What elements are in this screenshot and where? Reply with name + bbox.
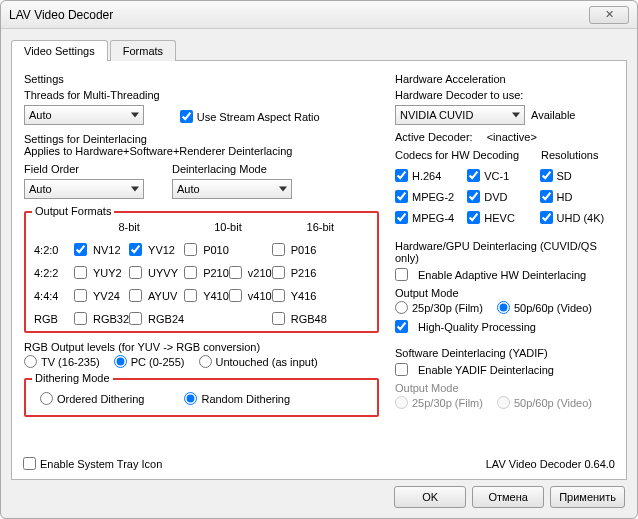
codec-mpeg2[interactable]: MPEG-2 (395, 190, 454, 203)
of-p216[interactable]: P216 (272, 266, 327, 279)
of-y410[interactable]: Y410 (184, 289, 229, 302)
ok-button[interactable]: OK (394, 486, 466, 508)
deint-settings-sub: Applies to Hardware+Software+Renderer De… (24, 145, 379, 157)
close-icon: ✕ (605, 8, 614, 21)
window-title: LAV Video Decoder (9, 8, 113, 22)
dithering-group: Dithering Mode Ordered Dithering Random … (24, 378, 379, 417)
left-column: Settings Threads for Multi-Threading Aut… (24, 71, 379, 471)
codec-h264[interactable]: H.264 (395, 169, 441, 182)
of-p210[interactable]: P210 (184, 266, 229, 279)
deint-settings-heading: Settings for Deinterlacing (24, 133, 379, 145)
gpu-deint-heading: Hardware/GPU Deinterlacing (CUVID/QS onl… (395, 240, 614, 264)
output-formats-heading: Output Formats (32, 205, 114, 217)
version-label: LAV Video Decoder 0.64.0 (486, 458, 615, 470)
tab-page: Settings Threads for Multi-Threading Aut… (11, 60, 627, 480)
sw-output-mode-label: Output Mode (395, 382, 614, 394)
hw-decoder-label: Hardware Decoder to use: (395, 89, 614, 101)
chevron-down-icon (131, 113, 139, 118)
of-rgb24[interactable]: RGB24 (129, 312, 184, 325)
button-bar: OK Отмена Применить (394, 486, 625, 508)
of-nv12[interactable]: NV12 (74, 243, 129, 256)
tray-icon-checkbox[interactable]: Enable System Tray Icon (23, 457, 162, 470)
res-heading: Resolutions (541, 149, 614, 161)
codec-vc1[interactable]: VC-1 (467, 169, 509, 182)
of-yv12[interactable]: YV12 (129, 243, 184, 256)
res-hd[interactable]: HD (540, 190, 573, 203)
chevron-down-icon (512, 113, 520, 118)
of-rgb32[interactable]: RGB32 (74, 312, 129, 325)
gpu-50p-radio[interactable]: 50p/60p (Video) (497, 301, 592, 314)
res-uhd[interactable]: UHD (4K) (540, 211, 605, 224)
client-area: Video Settings Formats Settings Threads … (1, 29, 637, 486)
rgb-untouched-radio[interactable]: Untouched (as input) (199, 355, 318, 368)
codec-dvd[interactable]: DVD (467, 190, 507, 203)
use-stream-ar-checkbox[interactable]: Use Stream Aspect Ratio (180, 110, 320, 123)
field-order-combo[interactable]: Auto (24, 179, 144, 199)
dithering-heading: Dithering Mode (32, 372, 113, 384)
of-v410[interactable]: v410 (229, 289, 272, 302)
of-y416[interactable]: Y416 (272, 289, 327, 302)
tab-formats[interactable]: Formats (110, 40, 176, 61)
dialog-window: LAV Video Decoder ✕ Video Settings Forma… (0, 0, 638, 519)
threads-combo[interactable]: Auto (24, 105, 144, 125)
tab-strip: Video Settings Formats (11, 39, 627, 60)
output-formats-group: Output Formats 8-bit 10-bit 16-bit 4:2:0… (24, 211, 379, 333)
of-p010[interactable]: P010 (184, 243, 229, 256)
codecs-heading: Codecs for HW Decoding (395, 149, 541, 161)
settings-heading: Settings (24, 73, 379, 85)
codec-hevc[interactable]: HEVC (467, 211, 515, 224)
hw-decoder-combo[interactable]: NVIDIA CUVID (395, 105, 525, 125)
dither-ordered-radio[interactable]: Ordered Dithering (40, 392, 144, 405)
codec-mpeg4[interactable]: MPEG-4 (395, 211, 454, 224)
hw-available: Available (531, 109, 575, 121)
yadif-checkbox[interactable]: Enable YADIF Deinterlacing (395, 363, 614, 376)
titlebar: LAV Video Decoder ✕ (1, 1, 637, 29)
of-p016[interactable]: P016 (272, 243, 327, 256)
threads-label: Threads for Multi-Threading (24, 89, 160, 101)
sw-deint-heading: Software Deinterlacing (YADIF) (395, 347, 614, 359)
chevron-down-icon (131, 187, 139, 192)
adaptive-hw-checkbox[interactable]: Enable Adaptive HW Deinterlacing (395, 268, 614, 281)
dither-random-radio[interactable]: Random Dithering (184, 392, 290, 405)
field-order-label: Field Order (24, 163, 144, 175)
of-ayuv[interactable]: AYUV (129, 289, 184, 302)
gpu-output-mode-label: Output Mode (395, 287, 614, 299)
hw-heading: Hardware Acceleration (395, 73, 614, 85)
apply-button[interactable]: Применить (550, 486, 625, 508)
of-uyvy[interactable]: UYVY (129, 266, 184, 279)
rgb-tv-radio[interactable]: TV (16-235) (24, 355, 100, 368)
of-yuy2[interactable]: YUY2 (74, 266, 129, 279)
right-column: Hardware Acceleration Hardware Decoder t… (395, 71, 614, 471)
output-formats-grid: 8-bit 10-bit 16-bit 4:2:0 NV12 YV12 P010… (34, 221, 369, 325)
res-sd[interactable]: SD (540, 169, 572, 182)
sw-50p-radio: 50p/60p (Video) (497, 396, 592, 409)
active-decoder-label: Active Decoder: (395, 131, 473, 143)
rgb-pc-radio[interactable]: PC (0-255) (114, 355, 185, 368)
deint-mode-label: Deinterlacing Mode (172, 163, 292, 175)
close-button[interactable]: ✕ (589, 6, 629, 24)
active-decoder-value: <inactive> (487, 131, 537, 143)
hq-processing-checkbox[interactable]: High-Quality Processing (395, 320, 614, 333)
rgb-levels-heading: RGB Output levels (for YUV -> RGB conver… (24, 341, 379, 353)
of-yv24[interactable]: YV24 (74, 289, 129, 302)
sw-25p-radio: 25p/30p (Film) (395, 396, 483, 409)
of-v210[interactable]: v210 (229, 266, 272, 279)
of-rgb48[interactable]: RGB48 (272, 312, 327, 325)
deint-mode-combo[interactable]: Auto (172, 179, 292, 199)
tab-video-settings[interactable]: Video Settings (11, 40, 108, 61)
gpu-25p-radio[interactable]: 25p/30p (Film) (395, 301, 483, 314)
chevron-down-icon (279, 187, 287, 192)
cancel-button[interactable]: Отмена (472, 486, 544, 508)
